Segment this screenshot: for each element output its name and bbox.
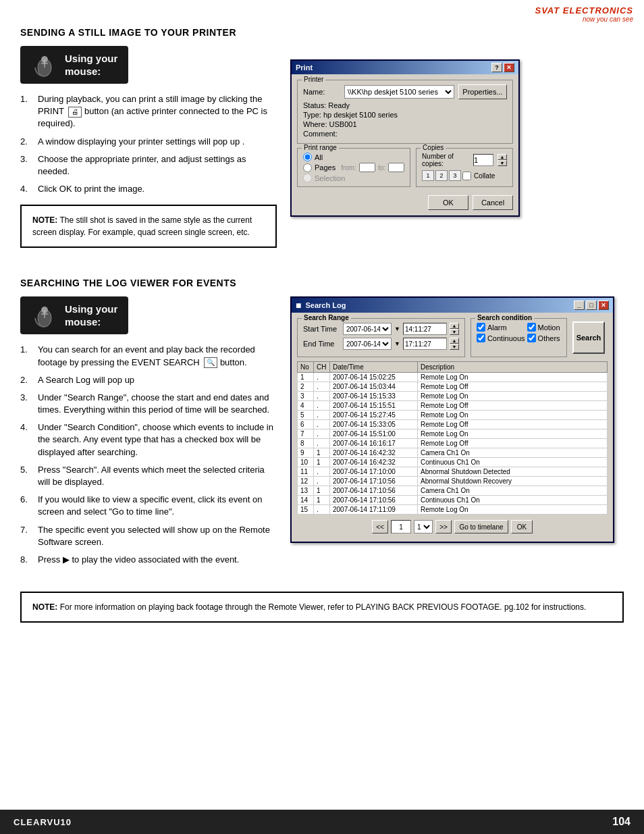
- end-time-spinner[interactable]: ▲ ▼: [450, 338, 459, 350]
- table-row[interactable]: 1.2007-06-14 15:02:25Remote Log On: [298, 373, 608, 382]
- status-label: Status:: [303, 101, 326, 109]
- end-date-select[interactable]: 2007-06-14: [343, 338, 392, 350]
- table-row[interactable]: 912007-06-14 16:42:32Camera Ch1 On: [298, 448, 608, 458]
- others-checkbox[interactable]: Others: [527, 334, 561, 342]
- table-row[interactable]: 1012007-06-14 16:42:32Continuous Ch1 On: [298, 458, 608, 467]
- cell-ch: .: [314, 477, 330, 486]
- properties-button[interactable]: Properties...: [458, 84, 507, 99]
- mouse-icon-1: [31, 51, 58, 78]
- search-btn-area: Search: [570, 318, 608, 357]
- start-time-input[interactable]: [403, 323, 447, 335]
- from-label: from:: [341, 164, 356, 172]
- table-row[interactable]: 12.2007-06-14 17:10:56Abnormal Shutdown …: [298, 477, 608, 486]
- status-value: Ready: [328, 101, 350, 109]
- pages-radio[interactable]: Pages from: to:: [303, 163, 404, 172]
- mouse-icon-2: [31, 302, 58, 329]
- help-button[interactable]: ?: [491, 63, 502, 72]
- cell-no: 5: [298, 411, 314, 420]
- cell-datetime: 2007-06-14 17:10:56: [330, 486, 418, 496]
- pages-from-input[interactable]: [359, 163, 375, 172]
- collate-checkbox[interactable]: Collate: [462, 172, 495, 180]
- all-radio[interactable]: All: [303, 153, 404, 161]
- log-ok-button[interactable]: OK: [511, 520, 533, 533]
- table-row[interactable]: 1312007-06-14 17:10:56Camera Ch1 On: [298, 486, 608, 496]
- search-close-button[interactable]: ✕: [598, 301, 609, 310]
- step-2-7: 7. The specific event you selected will …: [20, 524, 277, 548]
- cancel-button[interactable]: Cancel: [473, 195, 513, 210]
- section2-title: SEARCHING THE LOG VIEWER FOR EVENTS: [20, 278, 624, 288]
- table-row[interactable]: 7.2007-06-14 15:51:00Remote Log On: [298, 429, 608, 439]
- cell-datetime: 2007-06-14 15:51:00: [330, 429, 418, 439]
- motion-checkbox[interactable]: Motion: [527, 323, 561, 332]
- chevron-down-icon-start: ▼: [394, 325, 400, 332]
- section2-steps: 1. You can search for an event and play …: [20, 344, 277, 566]
- num-copies-input[interactable]: [473, 154, 493, 166]
- to-label: to:: [378, 164, 385, 172]
- printer-name-select[interactable]: \\KK\hp deskjet 5100 series: [344, 85, 454, 99]
- cell-desc: Remote Log Off: [418, 439, 608, 448]
- table-row[interactable]: 15.2007-06-14 17:11:09Remote Log On: [298, 505, 608, 515]
- copies-label: Copies: [421, 144, 446, 151]
- table-row[interactable]: 11.2007-06-14 17:10:00Abnormal Shutdown …: [298, 467, 608, 477]
- section1-title: SENDING A STILL IMAGE TO YOUR PRINTER: [20, 27, 624, 38]
- search-condition-label: Search condition: [475, 314, 534, 321]
- pages-to-input[interactable]: [388, 163, 404, 172]
- alarm-checkbox[interactable]: Alarm: [477, 323, 525, 332]
- nav-page-select[interactable]: 1: [414, 520, 433, 533]
- start-date-select[interactable]: 2007-06-14: [343, 323, 392, 335]
- table-row[interactable]: 5.2007-06-14 15:27:45Remote Log On: [298, 411, 608, 420]
- step-1-1: 1. During playback, you can print a stil…: [20, 93, 277, 130]
- close-button[interactable]: ✕: [504, 63, 514, 72]
- table-row[interactable]: 2.2007-06-14 15:03:44Remote Log Off: [298, 382, 608, 392]
- minimize-button[interactable]: _: [574, 301, 585, 310]
- ok-button[interactable]: OK: [428, 195, 468, 210]
- cell-ch: .: [314, 392, 330, 401]
- cell-desc: Remote Log On: [418, 505, 608, 515]
- printer-group-label: Printer: [302, 76, 325, 83]
- maximize-button[interactable]: □: [586, 301, 597, 310]
- nav-next-button[interactable]: >>: [435, 520, 452, 533]
- nav-prev-button[interactable]: <<: [372, 520, 388, 533]
- log-table: No CH Date/Time Description 1.2007-06-14…: [297, 361, 608, 515]
- cell-no: 7: [298, 429, 314, 439]
- printer-group: Printer Name: \\KK\hp deskjet 5100 serie…: [297, 80, 513, 144]
- search-log-titlebar: ■ Search Log _ □ ✕: [292, 298, 613, 313]
- go-timeline-button[interactable]: Go to timelane: [454, 520, 508, 533]
- using-mouse-text-1: Using yourmouse:: [65, 52, 117, 78]
- table-row[interactable]: 6.2007-06-14 15:33:05Remote Log Off: [298, 420, 608, 429]
- spin-down[interactable]: ▼: [498, 160, 507, 166]
- start-time-spinner[interactable]: ▲ ▼: [450, 323, 459, 335]
- table-row[interactable]: 3.2007-06-14 15:15:33Remote Log On: [298, 392, 608, 401]
- search-button[interactable]: Search: [572, 321, 605, 354]
- cell-ch: .: [314, 411, 330, 420]
- cell-desc: Camera Ch1 On: [418, 448, 608, 458]
- spin-up[interactable]: ▲: [498, 154, 507, 160]
- print-range-label: Print range: [302, 144, 339, 151]
- nav-page-input[interactable]: [391, 520, 411, 533]
- cell-ch: .: [314, 467, 330, 477]
- others-label: Others: [538, 334, 560, 342]
- step-2-8: 8. Press ▶ to play the video associated …: [20, 554, 277, 566]
- continuous-checkbox[interactable]: Continuous: [477, 334, 525, 342]
- cell-datetime: 2007-06-14 17:10:56: [330, 477, 418, 486]
- cell-datetime: 2007-06-14 15:03:44: [330, 382, 418, 392]
- using-mouse-text-2: Using yourmouse:: [65, 303, 117, 329]
- table-row[interactable]: 4.2007-06-14 15:15:51Remote Log Off: [298, 401, 608, 411]
- cell-datetime: 2007-06-14 16:42:32: [330, 458, 418, 467]
- table-row[interactable]: 1412007-06-14 17:10:56Continuous Ch1 On: [298, 496, 608, 505]
- table-row[interactable]: 8.2007-06-14 16:16:17Remote Log Off: [298, 439, 608, 448]
- print-icon: 🖨: [68, 107, 82, 118]
- cell-no: 3: [298, 392, 314, 401]
- step-1-4: 4. Click OK to print the image.: [20, 183, 277, 195]
- brand-name: SVAT ELECTRONICS: [535, 5, 633, 16]
- cell-no: 1: [298, 373, 314, 382]
- cell-ch: .: [314, 439, 330, 448]
- page-footer: CLEARVU10 104: [0, 810, 644, 834]
- cell-desc: Abnormal Shutdown Detected: [418, 467, 608, 477]
- selection-radio[interactable]: Selection: [303, 174, 404, 182]
- cell-no: 6: [298, 420, 314, 429]
- copies-spinner[interactable]: ▲ ▼: [498, 154, 507, 166]
- step-1-3: 3. Choose the appropriate printer, and a…: [20, 153, 277, 178]
- end-time-input[interactable]: [403, 338, 447, 350]
- num-copies-label: Number of copies:: [422, 153, 469, 167]
